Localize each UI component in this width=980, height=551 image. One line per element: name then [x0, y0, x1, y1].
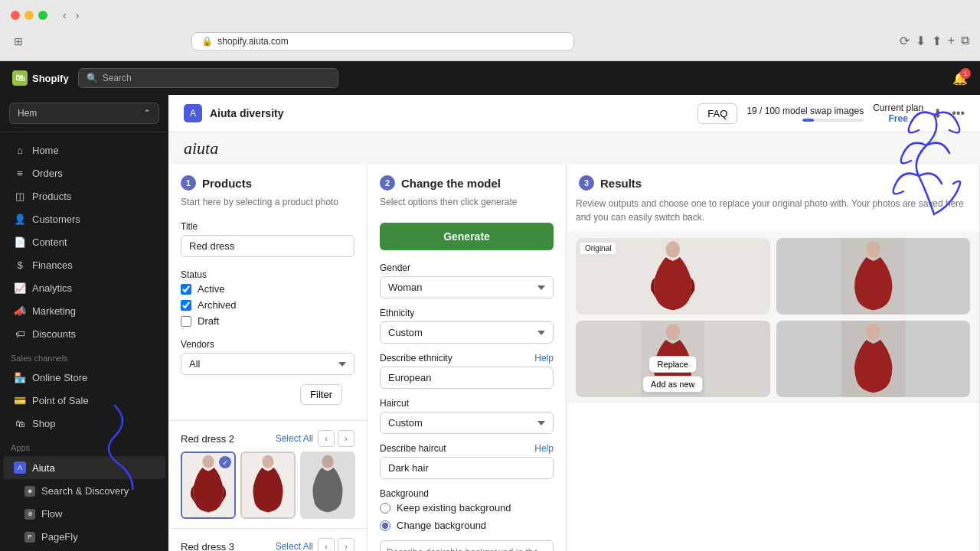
ethnicity-select[interactable]: Custom — [380, 321, 554, 344]
keep-background-radio[interactable] — [380, 503, 390, 514]
panel2-number: 2 — [380, 175, 395, 191]
sidebar-toggle-button[interactable]: ⊞ — [11, 34, 26, 49]
sidebar-item-label: Online Store — [32, 372, 87, 383]
store-selector-button[interactable]: Hem ⌃ — [9, 103, 159, 124]
select-all-link-2[interactable]: Select All — [276, 541, 313, 551]
sidebar-item-aiuta[interactable]: A Aiuta — [3, 456, 165, 479]
select-all-link-1[interactable]: Select All — [276, 433, 313, 444]
sidebar-item-pagefly[interactable]: P PageFly — [3, 526, 165, 548]
checkbox-draft[interactable]: Draft — [181, 315, 354, 327]
checkbox-active[interactable]: Active — [181, 283, 354, 295]
marketing-icon: 📣 — [14, 305, 26, 317]
haircut-select[interactable]: Custom — [380, 412, 554, 434]
product-2-name: Red dress 3 — [181, 541, 234, 552]
change-background-option[interactable]: Change background — [380, 520, 554, 531]
sidebar-item-products[interactable]: ◫ Products — [3, 185, 165, 207]
panel2-header: 2 Change the model — [368, 165, 566, 197]
panel3-header-section: 3 Results Review outputs and choose one … — [567, 165, 979, 232]
prev-arrow-2[interactable]: ‹ — [318, 538, 335, 551]
download-icon[interactable]: ⬇ — [916, 34, 926, 48]
generate-button[interactable]: Generate — [380, 223, 554, 250]
filter-button[interactable]: Filter — [300, 384, 342, 405]
browser-titlebar: ‹ › — [0, 0, 980, 28]
plan-value: Free — [888, 113, 907, 124]
url-bar[interactable]: 🔒 shopify.aiuta.com — [191, 32, 574, 51]
download-icon-button[interactable]: ⬇ — [933, 106, 942, 121]
status-field-group: Status Active Archived Draft — [168, 263, 367, 333]
sidebar-item-pos[interactable]: 💳 Point of Sale — [3, 390, 165, 412]
sidebar-item-label: Discounts — [32, 328, 76, 340]
apps-label: Apps — [0, 435, 168, 455]
product-img-1-2[interactable] — [240, 452, 296, 519]
orders-icon: ≡ — [14, 168, 26, 179]
sidebar-item-search-discovery[interactable]: ◈ Search & Discovery — [3, 480, 165, 502]
sidebar-item-label: Home — [32, 145, 59, 156]
next-arrow-2[interactable]: › — [338, 538, 354, 551]
minimize-dot[interactable] — [24, 11, 34, 20]
svg-point-2 — [322, 455, 333, 468]
prev-arrow-1[interactable]: ‹ — [318, 430, 335, 447]
sidebar-item-home[interactable]: ⌂ Home — [3, 139, 165, 161]
ethnicity-help-link[interactable]: Help — [534, 353, 554, 364]
shop-icon: 🛍 — [14, 418, 26, 429]
current-plan-section: Current plan Free — [873, 103, 923, 124]
background-description-textarea[interactable] — [380, 540, 554, 551]
store-name: Hem — [18, 108, 37, 119]
describe-ethnicity-input[interactable] — [380, 367, 554, 389]
header-search[interactable]: 🔍 Search — [78, 68, 338, 88]
gender-select[interactable]: Woman — [380, 276, 554, 298]
add-as-new-button[interactable]: Add as new — [642, 376, 703, 393]
sidebar-item-shop[interactable]: 🛍 Shop — [3, 412, 165, 435]
vendors-select[interactable]: All — [181, 353, 354, 375]
change-background-radio[interactable] — [380, 520, 390, 531]
sidebar-item-online-store[interactable]: 🏪 Online Store — [3, 367, 165, 389]
describe-ethnicity-label-row: Describe ethnicity Help — [380, 353, 554, 364]
sidebar-item-orders[interactable]: ≡ Orders — [3, 162, 165, 184]
browser-icons-right: ⟳ ⬇ ⬆ + ⧉ — [900, 34, 969, 48]
tabs-icon[interactable]: ⧉ — [961, 34, 969, 48]
forward-button[interactable]: › — [73, 8, 83, 23]
next-arrow-1[interactable]: › — [338, 430, 354, 447]
shopify-logo: 🛍 Shopify — [12, 70, 69, 86]
more-options-button[interactable]: ••• — [952, 106, 965, 120]
product-img-1-3[interactable] — [300, 452, 355, 519]
url-text: shopify.aiuta.com — [217, 36, 289, 47]
haircut-help-link[interactable]: Help — [534, 443, 554, 454]
sidebar-item-finances[interactable]: $ Finances — [3, 254, 165, 276]
replace-button[interactable]: Replace — [649, 356, 697, 373]
sidebar-item-label: Marketing — [32, 305, 76, 317]
sidebar-item-customers[interactable]: 👤 Customers — [3, 208, 165, 230]
title-input[interactable] — [181, 235, 354, 257]
close-dot[interactable] — [11, 11, 20, 20]
product-section-2-header: Red dress 3 Select All ‹ › — [181, 538, 354, 551]
new-tab-icon[interactable]: + — [948, 34, 955, 48]
share-icon[interactable]: ⬆ — [932, 34, 942, 48]
sidebar-item-analytics[interactable]: 📈 Analytics — [3, 277, 165, 299]
home-icon: ⌂ — [14, 145, 26, 156]
keep-background-option[interactable]: Keep existing background — [380, 502, 554, 514]
result-img-original: Original — [576, 238, 770, 315]
divider1 — [168, 420, 367, 421]
sidebar-item-flow[interactable]: ⊛ Flow — [3, 503, 165, 525]
archived-checkbox[interactable] — [181, 300, 191, 311]
describe-haircut-input[interactable] — [380, 457, 554, 479]
draft-checkbox[interactable] — [181, 316, 191, 327]
ethnicity-label: Ethnicity — [380, 308, 554, 318]
sidebar-item-label: Orders — [32, 168, 63, 179]
product-img-1-1[interactable] — [181, 452, 236, 519]
checkbox-archived[interactable]: Archived — [181, 299, 354, 311]
notification-button[interactable]: 🔔 1 — [952, 71, 968, 86]
maximize-dot[interactable] — [38, 11, 47, 20]
describe-haircut-label: Describe haircut — [380, 443, 446, 454]
panel3-content: Original — [567, 232, 979, 403]
refresh-icon[interactable]: ⟳ — [900, 34, 910, 48]
active-checkbox[interactable] — [181, 284, 191, 295]
finances-icon: $ — [14, 259, 26, 271]
sidebar-item-marketing[interactable]: 📣 Marketing — [3, 300, 165, 322]
back-button[interactable]: ‹ — [60, 8, 70, 23]
sidebar-item-content[interactable]: 📄 Content — [3, 231, 165, 253]
customers-icon: 👤 — [14, 214, 26, 225]
faq-button[interactable]: FAQ — [697, 103, 737, 124]
sidebar-item-discounts[interactable]: 🏷 Discounts — [3, 323, 165, 345]
title-label: Title — [181, 221, 354, 232]
